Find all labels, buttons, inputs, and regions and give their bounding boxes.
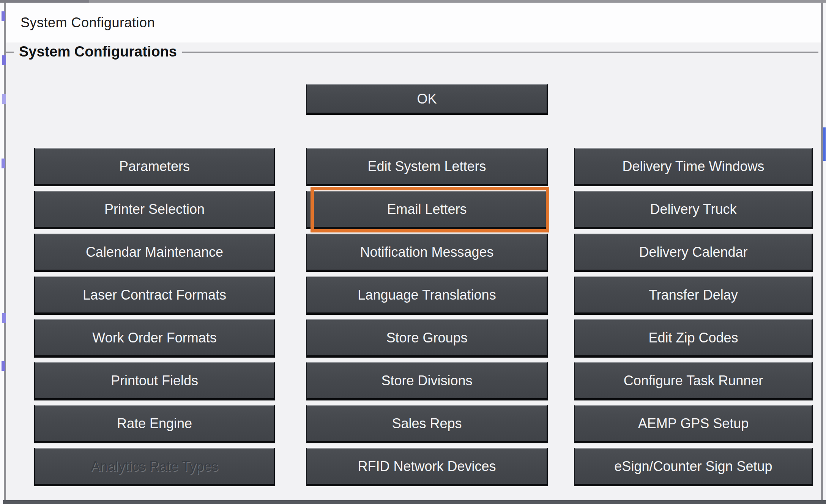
config-button-analytics-rate-types: Analytics Rate Types <box>34 448 275 486</box>
config-button-store-groups[interactable]: Store Groups <box>306 319 548 358</box>
config-button-printout-fields[interactable]: Printout Fields <box>34 362 275 400</box>
config-button-transfer-delay[interactable]: Transfer Delay <box>574 276 813 315</box>
titlebar: System Configuration <box>6 3 821 42</box>
config-button-delivery-time-windows[interactable]: Delivery Time Windows <box>574 148 813 186</box>
window-top-edge-shade <box>0 0 89 3</box>
config-button-rate-engine[interactable]: Rate Engine <box>34 405 275 443</box>
config-button-calendar-maintenance[interactable]: Calendar Maintenance <box>34 234 275 272</box>
window-right-border <box>821 3 823 501</box>
ok-button[interactable]: OK <box>306 84 548 115</box>
left-edge-artifact <box>2 55 6 65</box>
config-button-printer-selection[interactable]: Printer Selection <box>34 191 275 229</box>
config-button-aemp-gps-setup[interactable]: AEMP GPS Setup <box>574 405 813 443</box>
window-top-edge <box>0 0 826 3</box>
left-edge-artifact <box>2 94 6 104</box>
config-column-middle: Edit System LettersEmail LettersNotifica… <box>306 148 548 486</box>
config-button-sales-reps[interactable]: Sales Reps <box>306 405 548 443</box>
left-edge-artifact <box>2 313 6 323</box>
window-left-border <box>4 3 6 501</box>
groupbox-system-configurations: System Configurations <box>6 52 818 53</box>
left-edge-artifact <box>2 159 5 168</box>
config-button-esign-counter-sign-setup[interactable]: eSign/Counter Sign Setup <box>574 448 813 486</box>
config-column-left: ParametersPrinter SelectionCalendar Main… <box>34 148 275 486</box>
system-configuration-dialog: System Configuration System Configuratio… <box>0 0 826 504</box>
config-button-notification-messages[interactable]: Notification Messages <box>306 234 548 272</box>
left-edge-artifact <box>2 361 5 371</box>
window-title: System Configuration <box>20 15 155 31</box>
config-button-delivery-truck[interactable]: Delivery Truck <box>574 191 813 229</box>
config-button-parameters[interactable]: Parameters <box>34 148 275 186</box>
right-edge-artifact <box>823 127 826 161</box>
config-button-delivery-calendar[interactable]: Delivery Calendar <box>574 234 813 272</box>
config-button-work-order-formats[interactable]: Work Order Formats <box>34 319 275 358</box>
window-bottom-edge <box>3 500 826 504</box>
window-right-margin <box>823 3 826 504</box>
config-button-edit-zip-codes[interactable]: Edit Zip Codes <box>574 319 813 358</box>
groupbox-legend: System Configurations <box>14 44 182 60</box>
config-button-language-translations[interactable]: Language Translations <box>306 276 548 315</box>
left-edge-artifact <box>2 11 5 21</box>
config-column-right: Delivery Time WindowsDelivery TruckDeliv… <box>574 148 813 486</box>
config-button-store-divisions[interactable]: Store Divisions <box>306 362 548 400</box>
config-button-rfid-network-devices[interactable]: RFID Network Devices <box>306 448 548 486</box>
config-button-laser-contract-formats[interactable]: Laser Contract Formats <box>34 276 275 315</box>
window-left-margin <box>0 3 4 504</box>
config-button-email-letters[interactable]: Email Letters <box>306 191 548 229</box>
config-button-configure-task-runner[interactable]: Configure Task Runner <box>574 362 813 400</box>
config-button-edit-system-letters[interactable]: Edit System Letters <box>306 148 548 186</box>
